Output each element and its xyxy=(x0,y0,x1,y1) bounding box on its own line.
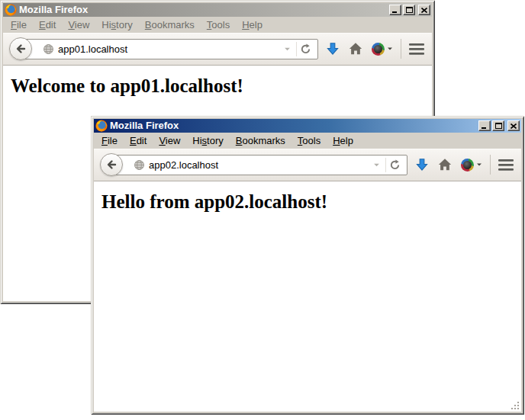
menu-button[interactable] xyxy=(407,42,426,56)
minimize-icon xyxy=(392,8,398,13)
home-icon xyxy=(349,42,362,56)
minimize-button[interactable] xyxy=(478,120,491,131)
menu-item-file[interactable]: File xyxy=(95,133,124,149)
navigation-toolbar xyxy=(3,33,432,66)
back-icon xyxy=(14,43,27,55)
menu-button[interactable] xyxy=(497,158,515,172)
maximize-button[interactable] xyxy=(492,120,504,131)
hamburger-menu-icon xyxy=(498,159,514,171)
extension-colors-icon xyxy=(461,159,474,172)
toolbar-separator xyxy=(401,39,401,59)
download-button[interactable] xyxy=(414,156,430,173)
hamburger-menu-icon xyxy=(409,43,424,55)
download-icon xyxy=(415,158,429,172)
url-bar[interactable] xyxy=(114,155,407,175)
reload-icon xyxy=(389,159,401,171)
page-content: Hello from app02.localhost! xyxy=(94,181,521,412)
back-button[interactable] xyxy=(9,37,32,60)
menu-item-help[interactable]: Help xyxy=(327,133,359,149)
page-heading: Welcome to app01.localhost! xyxy=(11,75,424,97)
urlbar-dropdown-icon xyxy=(373,162,380,168)
menu-item-tools[interactable]: Tools xyxy=(291,133,327,149)
minimize-button[interactable] xyxy=(389,5,401,15)
url-input[interactable] xyxy=(149,159,368,171)
browser-window-app02: Mozilla Firefox FileEditViewHistoryBookm… xyxy=(91,116,524,415)
urlbar-history-dropdown[interactable] xyxy=(372,162,382,168)
window-titlebar[interactable]: Mozilla Firefox xyxy=(94,119,521,133)
firefox-icon xyxy=(95,120,108,132)
urlbar-history-dropdown[interactable] xyxy=(282,46,292,53)
menu-item-file[interactable]: File xyxy=(5,18,33,33)
url-bar[interactable] xyxy=(24,39,318,59)
menu-item-edit[interactable]: Edit xyxy=(33,18,62,33)
maximize-button[interactable] xyxy=(403,5,415,15)
close-icon xyxy=(421,8,427,13)
menu-item-view[interactable]: View xyxy=(153,133,186,149)
url-input[interactable] xyxy=(58,43,279,55)
minimize-icon xyxy=(482,123,488,129)
toolbar-separator xyxy=(490,155,491,175)
menu-bar: FileEditViewHistoryBookmarksToolsHelp xyxy=(3,17,432,33)
extension-colors-icon xyxy=(372,43,385,56)
menu-item-history[interactable]: History xyxy=(95,18,138,33)
urlbar-dropdown-icon xyxy=(284,46,291,53)
download-button[interactable] xyxy=(324,40,341,57)
menu-item-help[interactable]: Help xyxy=(236,18,269,33)
close-button[interactable] xyxy=(507,120,520,131)
reload-button[interactable] xyxy=(385,158,404,172)
close-button[interactable] xyxy=(418,5,430,15)
menu-item-bookmarks[interactable]: Bookmarks xyxy=(230,133,291,149)
reload-button[interactable] xyxy=(296,42,314,56)
home-icon xyxy=(438,158,452,172)
maximize-icon xyxy=(406,7,413,13)
page-heading: Hello from app02.localhost! xyxy=(101,191,514,213)
back-button[interactable] xyxy=(100,153,123,176)
reload-icon xyxy=(300,43,311,55)
navigation-toolbar xyxy=(94,149,521,181)
menu-item-edit[interactable]: Edit xyxy=(124,133,153,149)
home-button[interactable] xyxy=(436,156,453,173)
window-titlebar[interactable]: Mozilla Firefox xyxy=(3,3,432,17)
back-icon xyxy=(105,159,118,171)
window-controls xyxy=(478,120,520,131)
menu-item-view[interactable]: View xyxy=(62,18,95,33)
download-icon xyxy=(326,42,340,56)
resize-grip-icon[interactable] xyxy=(510,400,520,410)
close-icon xyxy=(511,123,517,129)
window-controls xyxy=(389,5,430,15)
window-title: Mozilla Firefox xyxy=(19,3,387,17)
globe-icon xyxy=(134,159,145,171)
menu-item-tools[interactable]: Tools xyxy=(201,18,236,33)
menu-item-bookmarks[interactable]: Bookmarks xyxy=(139,18,201,33)
menu-bar: FileEditViewHistoryBookmarksToolsHelp xyxy=(94,133,521,149)
dropdown-caret-icon xyxy=(476,162,482,168)
extension-button[interactable] xyxy=(370,41,395,57)
extension-button[interactable] xyxy=(459,157,484,173)
window-title: Mozilla Firefox xyxy=(110,119,476,133)
firefox-icon xyxy=(5,4,17,16)
maximize-icon xyxy=(495,123,502,129)
menu-item-history[interactable]: History xyxy=(186,133,229,149)
home-button[interactable] xyxy=(347,40,364,57)
dropdown-caret-icon xyxy=(387,46,393,52)
globe-icon xyxy=(43,43,54,55)
